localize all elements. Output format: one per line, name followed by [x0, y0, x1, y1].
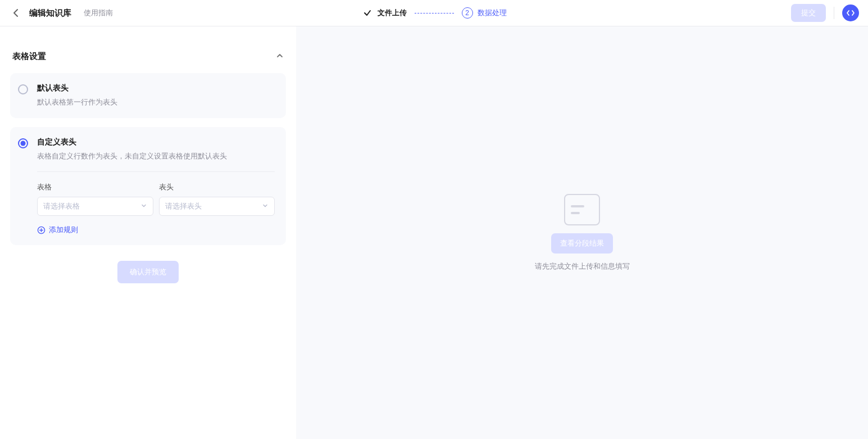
add-rule-label: 添加规则: [49, 225, 78, 235]
header-left: 编辑知识库 使用指南: [9, 6, 113, 20]
table-select[interactable]: 请选择表格: [37, 197, 153, 216]
header-right: 提交: [791, 4, 859, 22]
option-title: 自定义表头: [37, 137, 275, 147]
step-data-processing[interactable]: 2 数据处理: [462, 7, 507, 19]
form-row: 表格 请选择表格 表头 请选择表头: [37, 182, 275, 216]
option-desc: 默认表格第一行作为表头: [37, 97, 275, 108]
select-placeholder: 请选择表格: [43, 201, 80, 211]
select-placeholder: 请选择表头: [165, 201, 202, 211]
submit-button[interactable]: 提交: [791, 4, 826, 22]
step-label: 文件上传: [378, 8, 407, 18]
chevron-up-icon: [276, 52, 284, 60]
divider: [834, 7, 834, 19]
empty-hint: 请先完成文件上传和信息填写: [535, 261, 630, 271]
field-label: 表格: [37, 182, 153, 192]
chevron-left-icon: [13, 8, 19, 17]
confirm-preview-button[interactable]: 确认并预览: [117, 261, 179, 283]
empty-state: 查看分段结果 请先完成文件上传和信息填写: [296, 26, 868, 439]
confirm-row: 确认并预览: [10, 261, 286, 283]
add-rule-button[interactable]: 添加规则: [37, 225, 275, 235]
option-title: 默认表头: [37, 83, 275, 93]
option-body: 自定义表头 表格自定义行数作为表头，未自定义设置表格使用默认表头 表格 请选择表…: [37, 137, 275, 236]
header: 编辑知识库 使用指南 文件上传 2 数据处理 提交: [0, 0, 868, 26]
option-custom-header[interactable]: 自定义表头 表格自定义行数作为表头，未自定义设置表格使用默认表头 表格 请选择表…: [10, 127, 286, 246]
step-label: 数据处理: [478, 8, 507, 18]
left-panel: 表格设置 默认表头 默认表格第一行作为表头 自定义表头 表格自定义行数作为表头，…: [0, 26, 296, 439]
view-segment-result-button[interactable]: 查看分段结果: [551, 233, 613, 254]
header-select[interactable]: 请选择表头: [159, 197, 275, 216]
right-panel: 查看分段结果 请先完成文件上传和信息填写: [296, 26, 868, 439]
usage-guide-link[interactable]: 使用指南: [84, 8, 113, 18]
collapse-toggle[interactable]: [276, 52, 284, 61]
chevron-down-icon: [140, 202, 147, 211]
page-title: 编辑知识库: [29, 8, 71, 19]
form-field-header: 表头 请选择表头: [159, 182, 275, 216]
option-default-header[interactable]: 默认表头 默认表格第一行作为表头: [10, 73, 286, 118]
document-icon: [564, 194, 600, 225]
step-number-icon: 2: [462, 7, 473, 19]
form-field-table: 表格 请选择表格: [37, 182, 153, 216]
radio-checked[interactable]: [18, 138, 28, 148]
section-title: 表格设置: [12, 51, 46, 62]
option-desc: 表格自定义行数作为表头，未自定义设置表格使用默认表头: [37, 151, 275, 162]
section-header: 表格设置: [10, 51, 286, 64]
option-body: 默认表头 默认表格第一行作为表头: [37, 83, 275, 108]
steps: 文件上传 2 数据处理: [362, 7, 507, 19]
body: 表格设置 默认表头 默认表格第一行作为表头 自定义表头 表格自定义行数作为表头，…: [0, 26, 868, 439]
step-connector: [415, 13, 454, 13]
chevron-down-icon: [262, 202, 269, 211]
divider: [37, 171, 275, 172]
step-file-upload[interactable]: 文件上传: [362, 7, 407, 19]
field-label: 表头: [159, 182, 275, 192]
plus-circle-icon: [37, 226, 46, 234]
code-icon: [846, 8, 855, 17]
back-button[interactable]: [9, 6, 22, 20]
code-button[interactable]: [842, 4, 859, 21]
radio-unchecked[interactable]: [18, 84, 28, 94]
check-icon: [362, 7, 373, 19]
